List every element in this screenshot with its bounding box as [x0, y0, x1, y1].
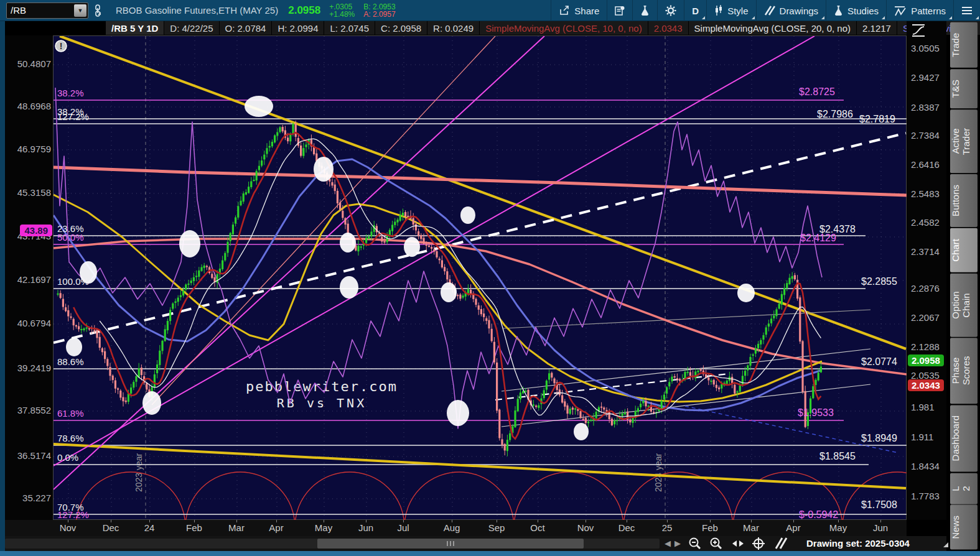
left-axis-label: 48.6968 [17, 101, 51, 111]
left-axis-label: 36.5174 [17, 450, 51, 461]
cycle-arcs[interactable] [76, 472, 907, 521]
time-axis-month-label: Oct [530, 522, 544, 533]
overlay-lines [54, 88, 907, 429]
svg-text:127.2%: 127.2% [57, 509, 89, 520]
chart-header-cell[interactable]: SimpleMovingAvg (CLOSE, 20, 0, no) [689, 21, 857, 35]
warning-icon[interactable]: ! [55, 40, 67, 52]
share-label: Share [574, 6, 599, 16]
trading-platform-window: ▼ RBOB Gasoline Futures,ETH (MAY 25) 2.0… [0, 0, 980, 556]
time-axis-month-label: Feb [702, 522, 718, 533]
window-left-frame [0, 21, 5, 551]
time-axis-month-label: May [315, 522, 332, 533]
sidebar-tab-dashboard[interactable]: Dashboard [950, 405, 978, 471]
svg-text:$-0.5942: $-0.5942 [799, 509, 838, 520]
chart-header-cell[interactable]: SimpleMovingAvg (CLOSE, 10, 0, no) [480, 21, 648, 35]
drawings-button[interactable]: Drawings [756, 0, 826, 21]
bottom-toolbar: ◀ ▶ Drawing set: 2025-0304 [5, 536, 946, 551]
chart-menu-button[interactable] [953, 0, 980, 21]
left-axis-label: 46.9759 [17, 144, 51, 154]
sidebar-tab-news[interactable]: News [950, 505, 978, 550]
sidebar-tab-option-chain[interactable]: Option Chain [950, 274, 978, 337]
right-axis-label: 1.8434 [911, 461, 940, 471]
svg-text:78.6%: 78.6% [57, 433, 84, 443]
time-axis-month-label: Nov [60, 522, 77, 533]
sidebar-tab-chart[interactable]: Chart [950, 228, 978, 272]
chart-plot-area[interactable]: 2023 year2024 yearpebblewriter.comRB vs … [53, 35, 907, 520]
right-axis-label: 2.2876 [911, 283, 940, 294]
settings-gear-button[interactable] [657, 0, 684, 21]
time-axis-month-label: Apr [269, 522, 283, 533]
svg-text:88.6%: 88.6% [57, 356, 84, 367]
trendlines[interactable] [54, 36, 906, 489]
time-axis-month-label: Sep [488, 522, 505, 533]
active-drawing-icon[interactable] [774, 537, 788, 552]
right-sidebar-tabs: TradeT&SActive TraderButtonsChartOption … [950, 22, 980, 551]
sidebar-tab-buttons[interactable]: Buttons [950, 174, 978, 227]
left-axis-label: 35.227 [22, 493, 51, 503]
time-axis-month-label: May [829, 522, 847, 533]
change-stack: +.0305 +1.48% [329, 3, 355, 18]
link-icon[interactable] [93, 4, 102, 17]
chart-header-cell[interactable]: 2.0343 [648, 21, 689, 35]
callout-ellipses[interactable] [66, 96, 755, 440]
symbol-input[interactable] [7, 5, 74, 16]
ask-value: A: 2.0957 [363, 11, 395, 18]
style-label: Style [727, 6, 748, 16]
price-chart-canvas[interactable]: 2023 year2024 yearpebblewriter.comRB vs … [54, 36, 907, 521]
patterns-button[interactable]: Patterns [886, 0, 953, 21]
bid-ask-stack: B: 2.0953 A: 2.0957 [363, 3, 395, 18]
chart-scrollbar-thumb[interactable] [317, 539, 584, 549]
time-axis[interactable]: NovDec24FebMarAprMayJunJulAugSepOctNovDe… [5, 520, 907, 536]
symbol-input-box[interactable]: ▼ [6, 2, 88, 19]
sidebar-tab-active-trader[interactable]: Active Trader [950, 109, 978, 173]
scroll-left-arrow[interactable]: ◀ [665, 538, 671, 549]
chart-header-cell[interactable]: 2.1217 [857, 21, 897, 35]
studies-button[interactable]: Studies [826, 0, 886, 21]
right-axis-label: 2.3714 [911, 246, 940, 257]
svg-text:61.8%: 61.8% [57, 408, 84, 419]
svg-text:0.0%: 0.0% [57, 452, 78, 463]
svg-text:100.0%: 100.0% [57, 276, 89, 287]
scale-toggle-icon[interactable] [909, 22, 928, 41]
quick-study-beaker-button[interactable] [632, 0, 657, 21]
sidebar-tab-phase-scores[interactable]: Phase Scores [950, 338, 978, 404]
time-axis-month-label: Jul [397, 522, 409, 533]
svg-text:$2.0774: $2.0774 [861, 356, 897, 367]
left-axis-label: 42.1697 [17, 274, 51, 285]
svg-text:2024 year: 2024 year [653, 453, 663, 492]
symbol-dropdown-button[interactable]: ▼ [74, 4, 86, 17]
studies-label: Studies [847, 6, 879, 16]
chart-header-cell: C: 2.0958 [375, 21, 427, 35]
right-axis-label: 1.911 [911, 432, 933, 442]
time-axis-month-label: Aug [444, 522, 460, 533]
time-axis-month-label: Mar [743, 522, 759, 533]
sidebar-tab-t-s[interactable]: T&S [950, 69, 978, 108]
notes-button[interactable] [607, 0, 632, 21]
chart-scrollbar[interactable] [5, 539, 660, 549]
right-axis-label: 2.5483 [911, 188, 940, 199]
share-button[interactable]: Share [551, 0, 607, 21]
right-price-axis[interactable]: 3.05052.94272.83872.73842.64162.54832.45… [907, 21, 946, 520]
right-axis-label: 1.981 [911, 402, 935, 412]
scroll-right-arrow[interactable]: ▶ [674, 538, 681, 549]
last-price-badge: 2.0958 [908, 354, 944, 366]
sidebar-tab-trade[interactable]: Trade [950, 22, 978, 68]
time-axis-month-label: Apr [786, 522, 800, 533]
left-axis-label: 50.4807 [17, 58, 51, 69]
change-percent: +1.48% [329, 11, 355, 18]
right-axis-label: 2.2067 [911, 312, 940, 323]
sma-price-badge: 2.0343 [908, 379, 944, 391]
left-price-axis[interactable]: 50.480748.696846.975945.315843.714342.16… [5, 35, 53, 520]
svg-text:$1.9533: $1.9533 [798, 407, 834, 418]
drawing-set-label[interactable]: Drawing set: 2025-0304 [806, 538, 910, 549]
timeframe-button[interactable]: D [684, 0, 706, 21]
last-price: 2.0958 [288, 4, 320, 17]
sidebar-tab-l-2[interactable]: L 2 [950, 473, 978, 504]
chart-header-cell: R: 0.0249 [427, 21, 480, 35]
bid-value: B: 2.0953 [363, 3, 395, 11]
drawing-set-dropdown-icon[interactable] [943, 542, 948, 547]
time-axis-month-label: 25 [662, 522, 673, 533]
chart-header-cell: H: 2.0994 [272, 21, 324, 35]
style-button[interactable]: Style [706, 0, 755, 21]
time-axis-month-label: Mar [228, 522, 245, 533]
